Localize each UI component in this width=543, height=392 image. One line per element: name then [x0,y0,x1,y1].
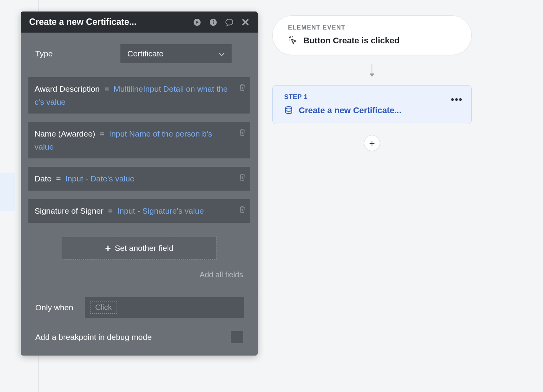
svg-rect-2 [213,21,214,24]
only-when-expression-input[interactable]: Click [85,297,244,318]
plus-icon: + [105,243,111,253]
field-name: Date [35,174,51,183]
chevron-down-icon [219,49,225,58]
type-row: Type Certificate [28,44,250,63]
type-select[interactable]: Certificate [120,44,232,63]
event-title: Button Create is clicked [303,36,400,46]
equals-sign: = [102,84,114,93]
step-number-label: STEP 1 [284,93,462,101]
panel-header: Create a new Certificate... [21,12,258,33]
set-another-field-button[interactable]: + Set another field [62,237,217,260]
flow-arrow-down-icon [272,55,472,85]
add-step-row: + [272,124,472,162]
panel-header-actions [193,18,250,27]
action-property-panel: Create a new Certificate... Type Certifi… [21,12,258,356]
database-icon [284,106,293,115]
svg-point-5 [286,107,292,109]
add-all-fields-link[interactable]: Add all fields [28,267,250,288]
field-row[interactable]: Date = Input - Date's value [28,167,250,191]
equals-sign: = [54,174,65,183]
field-expression[interactable]: Input - Signature's value [117,206,204,215]
field-row[interactable]: Signature of Signer = Input - Signature'… [28,199,250,223]
field-expression[interactable]: Input - Date's value [65,174,134,183]
type-select-value: Certificate [127,49,164,58]
field-name: Signature of Signer [35,206,104,215]
trash-icon[interactable] [239,172,246,185]
field-name: Name (Awardee) [35,129,95,138]
field-name: Award Description [35,84,100,93]
breakpoint-label: Add a breakpoint in debug mode [35,333,152,342]
step-menu-icon[interactable]: ••• [451,94,463,105]
type-label: Type [28,49,120,58]
step-card[interactable]: STEP 1 ••• Create a new Certificate... [272,85,472,124]
event-type-label: ELEMENT EVENT [288,24,458,31]
panel-title: Create a new Certificate... [29,17,137,27]
breakpoint-checkbox[interactable] [231,331,243,343]
step-title: Create a new Certificate... [299,105,401,115]
cursor-click-icon [288,36,298,46]
breakpoint-row: Add a breakpoint in debug mode [28,323,250,352]
close-icon[interactable] [241,18,250,27]
canvas-selection-strip [0,173,15,211]
play-icon[interactable] [193,18,202,27]
trash-icon[interactable] [239,204,246,217]
svg-point-3 [213,20,214,21]
trash-icon[interactable] [239,127,246,140]
equals-sign: = [106,206,117,215]
only-when-row: Only when Click [28,288,250,323]
field-row[interactable]: Name (Awardee) = Input Name of the perso… [28,122,250,158]
info-icon[interactable] [209,18,218,27]
add-step-button[interactable]: + [364,135,380,151]
event-card[interactable]: ELEMENT EVENT Button Create is clicked [272,15,472,55]
trash-icon[interactable] [239,82,246,96]
equals-sign: = [97,129,109,138]
only-when-label: Only when [35,303,73,312]
comment-icon[interactable] [225,18,234,27]
panel-body: Type Certificate Award Description = Mul… [21,33,258,356]
set-another-label: Set another field [115,244,173,253]
field-row[interactable]: Award Description = MultilineInput Detai… [28,77,250,114]
workflow-column: ELEMENT EVENT Button Create is clicked S… [272,15,472,162]
only-when-placeholder: Click [90,301,117,314]
plus-icon: + [369,137,375,149]
